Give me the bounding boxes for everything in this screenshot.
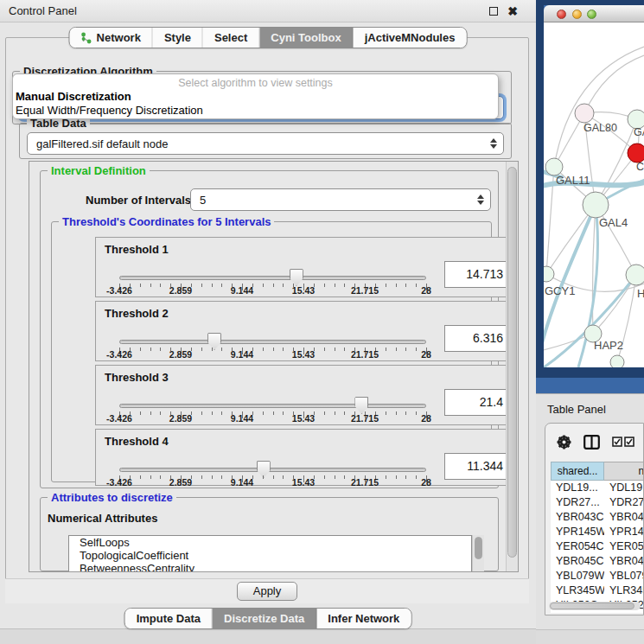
tick-mark — [283, 411, 284, 415]
slider-track[interactable] — [119, 276, 426, 280]
tick-mark — [252, 284, 253, 287]
table-cell: YBR043C — [604, 510, 644, 525]
network-node[interactable] — [583, 192, 609, 218]
tick-mark — [221, 475, 222, 479]
network-node[interactable] — [544, 266, 554, 282]
tab-label: Impute Data — [137, 612, 201, 625]
gear-icon[interactable] — [557, 435, 571, 450]
tick-mark — [396, 348, 397, 351]
column-header[interactable]: name — [604, 462, 644, 481]
popup-item[interactable]: Equal Width/Frequency Discretization — [13, 103, 498, 117]
tick-mark — [314, 284, 315, 287]
slider-track[interactable] — [119, 340, 426, 344]
tick-mark — [344, 411, 345, 415]
apply-button[interactable]: Apply — [237, 582, 297, 601]
tick-mark — [335, 348, 335, 351]
tab-cyni-toolbox[interactable]: Cyni Toolbox — [259, 28, 353, 48]
slider-track[interactable] — [119, 404, 426, 408]
tick-mark — [405, 475, 406, 479]
table-cell: YBL079W — [551, 569, 604, 583]
tick-mark — [252, 348, 253, 351]
numerical-attributes-list[interactable]: SelfLoopsTopologicalCoefficientBetweenne… — [68, 535, 472, 572]
tab-style[interactable]: Style — [153, 28, 203, 48]
tick-mark — [314, 411, 315, 415]
tick-mark — [396, 475, 397, 479]
tick-mark — [140, 284, 141, 287]
checkbox-icon[interactable] — [612, 437, 622, 447]
network-window-titlebar[interactable] — [544, 5, 644, 22]
tick-mark — [375, 284, 376, 287]
tab-network[interactable]: Network — [70, 28, 153, 48]
table-row[interactable]: YPR145WYPR145W — [551, 525, 644, 539]
tab-select[interactable]: Select — [203, 28, 259, 48]
table-row[interactable]: YBL079WYBL079W — [551, 569, 644, 583]
node-label: HAP2 — [594, 339, 623, 352]
close-traffic-light-icon[interactable] — [557, 10, 566, 19]
table-hscrollbar[interactable] — [549, 602, 641, 610]
slider-thumb[interactable] — [257, 461, 271, 478]
slider-track[interactable] — [119, 468, 426, 472]
table-row[interactable]: YLR345WYLR345W — [551, 583, 644, 598]
table-panel-title: Table Panel — [547, 403, 606, 416]
table-row[interactable]: YDL19...YDL19... — [551, 481, 644, 495]
slider-thumb[interactable] — [290, 269, 303, 286]
slider-thumb[interactable] — [207, 333, 221, 350]
network-canvas[interactable]: GAL80GACGAL11GAL4GCY1HHAP2 — [544, 22, 644, 367]
status-strip — [536, 629, 644, 644]
network-edge[interactable] — [584, 55, 644, 113]
table-cell: YER054C — [604, 539, 644, 554]
threshold-value-field[interactable]: 6.316 — [444, 325, 512, 352]
table-row[interactable]: YBR045CYBR045C — [551, 554, 644, 569]
network-node[interactable] — [626, 265, 644, 285]
table-row[interactable]: YDR27...YDR27... — [551, 495, 644, 510]
tick-label: 2.859 — [169, 349, 192, 360]
attribute-item[interactable]: TopologicalCoefficient — [69, 549, 471, 562]
attribute-item[interactable]: SelfLoops — [69, 536, 471, 549]
table-data-combobox[interactable]: galFiltered.sif default node — [27, 132, 504, 155]
network-view-window: GAL80GACGAL11GAL4GCY1HHAP2 — [536, 0, 644, 393]
number-of-intervals-combobox[interactable]: 5 — [190, 188, 491, 211]
tab-jactivemnodules[interactable]: jActiveMNodules — [354, 28, 467, 48]
zoom-traffic-light-icon[interactable] — [587, 10, 596, 19]
network-node[interactable] — [545, 158, 563, 175]
threshold-value-field[interactable]: 14.713 — [444, 261, 512, 288]
tick-label: 28 — [421, 285, 431, 296]
tick-mark — [375, 475, 376, 479]
slider-thumb[interactable] — [354, 397, 368, 414]
list-scrollbar[interactable] — [472, 535, 484, 572]
network-node[interactable] — [628, 143, 644, 163]
threshold-value-field[interactable]: 11.344 — [444, 453, 512, 480]
checkbox-icon[interactable] — [624, 437, 634, 447]
threshold-value-field[interactable]: 21.4 — [444, 389, 512, 416]
attribute-item[interactable]: BetweennessCentrality — [69, 562, 471, 572]
close-icon[interactable]: ✖ — [507, 5, 519, 17]
tick-mark — [160, 348, 161, 351]
tick-mark — [263, 475, 264, 479]
node-table[interactable]: shared...name YDL19...YDL19...YDR27...YD… — [551, 462, 644, 613]
minimize-traffic-light-icon[interactable] — [572, 10, 582, 19]
float-window-icon[interactable] — [489, 7, 498, 16]
settings-scrollbar[interactable] — [506, 162, 518, 571]
table-row[interactable]: YER054CYER054C — [551, 539, 644, 554]
tick-mark — [212, 348, 213, 351]
tick-mark — [201, 475, 202, 479]
columns-icon[interactable] — [583, 435, 600, 450]
bottom-tab-infer-network[interactable]: Infer Network — [316, 609, 411, 628]
popup-item[interactable]: Manual Discretization — [13, 89, 498, 103]
table-cell: YBR043C — [551, 510, 604, 525]
panel-title: Control Panel — [9, 4, 77, 17]
bottom-tab-discretize-data[interactable]: Discretize Data — [213, 609, 316, 628]
network-node[interactable] — [610, 355, 624, 367]
tick-mark — [324, 411, 325, 415]
table-cell: YBL079W — [604, 569, 644, 583]
tick-mark — [130, 411, 131, 415]
network-node[interactable] — [575, 104, 594, 123]
node-label: C — [636, 161, 644, 173]
table-data-group: Table Data galFiltered.sif default node — [19, 123, 512, 159]
bottom-tab-impute-data[interactable]: Impute Data — [125, 609, 213, 628]
tick-mark — [221, 284, 222, 287]
table-row[interactable]: YBR043CYBR043C — [551, 510, 644, 525]
settings-scrollpane: Interval Definition Number of Intervals … — [29, 161, 519, 572]
network-edge[interactable] — [592, 205, 596, 334]
column-header[interactable]: shared... — [551, 462, 604, 481]
